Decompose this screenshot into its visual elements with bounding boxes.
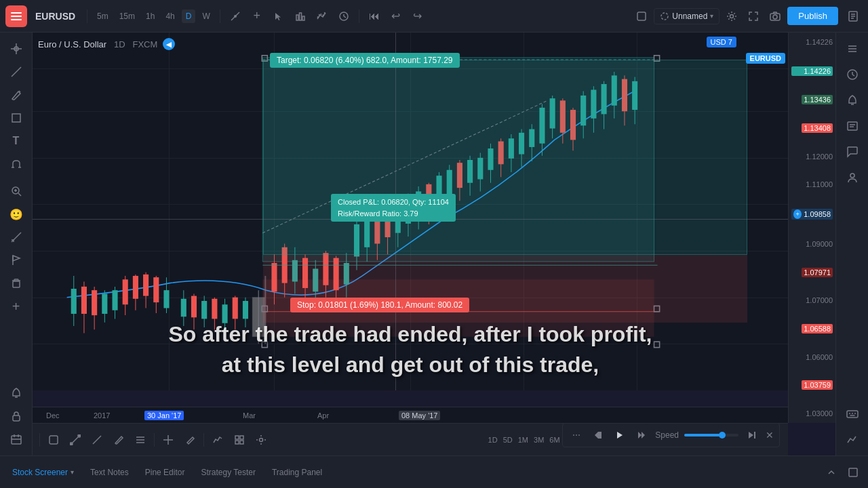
svg-rect-57: [133, 276, 138, 299]
time-dec: Dec: [46, 411, 60, 420]
svg-rect-8: [302, 16, 304, 20]
svg-rect-65: [181, 299, 186, 317]
fullscreen-icon[interactable]: [744, 7, 763, 26]
draw-settings[interactable]: [252, 430, 271, 449]
add-tool[interactable]: +: [5, 296, 27, 317]
time-may08: 08 May '17: [399, 411, 440, 420]
stop-tooltip: Stop: 0.01801 (1.69%) 180.1, Amount: 800…: [290, 298, 469, 312]
playback-fast-forward[interactable]: [633, 427, 650, 443]
draw-brush[interactable]: [109, 430, 128, 449]
emoji-tool[interactable]: 🙂: [5, 203, 27, 225]
keyboard-icon[interactable]: [842, 403, 863, 424]
tab-trading-panel[interactable]: Trading Panel: [265, 465, 329, 480]
rewind-icon[interactable]: ⏮: [365, 7, 384, 26]
draw-eraser[interactable]: [180, 430, 199, 449]
chart-toggle-icon[interactable]: [842, 428, 863, 450]
tab-strategy-tester[interactable]: Strategy Tester: [194, 465, 262, 480]
menu-right-icon[interactable]: [844, 7, 863, 26]
brush-tool[interactable]: [5, 84, 27, 106]
usd-badge: USD 7: [707, 37, 736, 47]
tf-15m[interactable]: 15m: [115, 9, 139, 23]
period-3m[interactable]: 3M: [534, 436, 544, 444]
period-1d[interactable]: 1D: [488, 436, 498, 444]
draw-indicator[interactable]: [208, 430, 227, 449]
svg-marker-181: [638, 432, 642, 439]
close-playback-button[interactable]: ✕: [766, 430, 774, 441]
draw-lines[interactable]: [131, 430, 150, 449]
price-10: 1.06588: [791, 325, 833, 333]
tab-stock-screener[interactable]: Stock Screener ▾: [5, 465, 81, 480]
camera-icon[interactable]: [766, 7, 785, 26]
svg-rect-47: [81, 287, 87, 314]
cursor-icon[interactable]: [269, 7, 288, 26]
draw-crosshair[interactable]: [159, 430, 178, 449]
tf-w[interactable]: W: [198, 9, 214, 23]
draw-tools[interactable]: [230, 430, 249, 449]
crosshair-tool[interactable]: [5, 38, 27, 60]
redo-icon[interactable]: ↪: [408, 7, 427, 26]
checkbox-icon[interactable]: [632, 7, 651, 26]
calendar-tool[interactable]: [5, 428, 27, 450]
draw-pencil[interactable]: [87, 430, 106, 449]
tf-5m[interactable]: 5m: [93, 9, 113, 23]
trash-tool[interactable]: [5, 272, 27, 294]
playback-skip-end[interactable]: [744, 427, 760, 443]
info-icon[interactable]: ◀: [163, 38, 175, 50]
tf-4h[interactable]: 4h: [161, 9, 178, 23]
collapse-panel-icon[interactable]: [822, 463, 841, 482]
svg-rect-45: [71, 289, 77, 314]
symbol-label[interactable]: EURUSD: [35, 11, 76, 22]
flag-tool[interactable]: [5, 249, 27, 271]
person-icon[interactable]: [842, 167, 863, 188]
playback-play[interactable]: [612, 427, 628, 443]
measure-tool[interactable]: [5, 226, 27, 248]
unnamed-button[interactable]: Unnamed ▾: [654, 8, 719, 24]
price-7: 1.09000: [791, 240, 833, 248]
period-5d[interactable]: 5D: [503, 436, 513, 444]
tab-text-notes[interactable]: Text Notes: [83, 465, 136, 480]
playback-dots[interactable]: ⋯: [568, 427, 585, 443]
trendline-icon[interactable]: [226, 7, 245, 26]
lock-tool[interactable]: [5, 405, 27, 427]
price-2: 1.13436: [791, 96, 833, 104]
left-toolbar: T 🙂 +: [0, 33, 33, 455]
expand-panel-icon[interactable]: [844, 463, 863, 482]
sep-3: [203, 433, 204, 447]
period-6m[interactable]: 6M: [549, 436, 559, 444]
compare-icon[interactable]: [313, 7, 332, 26]
bar-chart-icon[interactable]: [291, 7, 310, 26]
svg-line-166: [93, 436, 101, 444]
eurusd-badge: EURUSD: [746, 53, 785, 64]
time-axis: Dec 2017 30 Jan '17 Mar Apr 08 May '17: [33, 407, 788, 423]
tf-1h[interactable]: 1h: [142, 9, 159, 23]
tf-d[interactable]: D: [182, 9, 196, 23]
clock-right-icon[interactable]: [842, 64, 863, 85]
draw-line[interactable]: [66, 430, 85, 449]
svg-rect-34: [13, 281, 20, 287]
price-1: 1.14226: [791, 38, 833, 46]
playback-step-back[interactable]: [590, 427, 606, 443]
trade-red-zone: [263, 255, 747, 323]
clock-icon[interactable]: [334, 7, 353, 26]
svg-rect-69: [201, 301, 207, 319]
notification-icon[interactable]: [842, 89, 863, 111]
plus-icon[interactable]: +: [248, 7, 267, 26]
settings-icon[interactable]: [722, 7, 741, 26]
alert-tool[interactable]: [5, 382, 27, 404]
draw-cursor[interactable]: [44, 430, 63, 449]
zoom-tool[interactable]: [5, 180, 27, 202]
speed-slider[interactable]: [684, 434, 738, 436]
chat-icon[interactable]: [842, 141, 863, 163]
undo-icon[interactable]: ↩: [387, 7, 406, 26]
tab-pine-editor[interactable]: Pine Editor: [138, 465, 192, 480]
publish-button[interactable]: Publish: [787, 7, 838, 25]
svg-point-165: [78, 434, 81, 437]
period-1m[interactable]: 1M: [518, 436, 528, 444]
menu-button[interactable]: [5, 5, 27, 27]
magnet-tool[interactable]: [5, 153, 27, 175]
news-icon[interactable]: [842, 115, 863, 137]
watchlist-icon[interactable]: [842, 38, 863, 60]
line-tool[interactable]: [5, 61, 27, 83]
shape-tool[interactable]: [5, 107, 27, 129]
text-tool[interactable]: T: [5, 130, 27, 152]
